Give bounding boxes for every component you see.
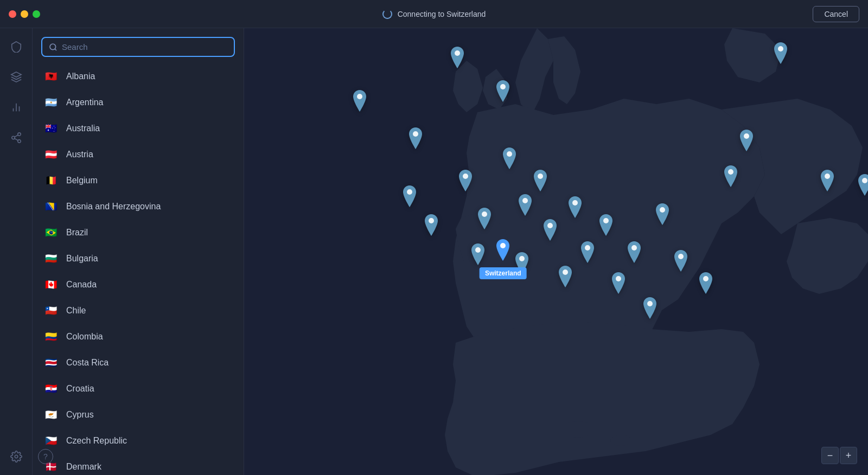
- country-flag: 🇨🇱: [43, 303, 59, 318]
- sidebar: [0, 28, 33, 475]
- country-name: Argentina: [66, 98, 104, 107]
- country-flag: 🇦🇹: [43, 147, 59, 162]
- list-item[interactable]: 🇦🇺 Australia: [33, 115, 244, 142]
- country-flag: 🇭🇷: [43, 381, 59, 396]
- zoom-minus-button[interactable]: −: [821, 447, 839, 464]
- svg-point-13: [561, 421, 594, 438]
- list-item[interactable]: 🇧🇬 Bulgaria: [33, 246, 244, 272]
- list-item[interactable]: 🇧🇷 Brazil: [33, 220, 244, 246]
- search-icon: [49, 43, 58, 52]
- country-flag: 🇨🇦: [43, 277, 59, 292]
- list-item[interactable]: 🇨🇴 Colombia: [33, 324, 244, 350]
- country-name: Belgium: [66, 176, 98, 185]
- country-flag: 🇧🇦: [43, 199, 59, 214]
- layers-icon[interactable]: [9, 69, 24, 85]
- list-item[interactable]: 🇦🇷 Argentina: [33, 89, 244, 115]
- chart-icon[interactable]: [9, 100, 24, 115]
- country-name: Bulgaria: [66, 254, 98, 264]
- shield-icon[interactable]: [9, 39, 24, 54]
- list-item[interactable]: 🇭🇷 Croatia: [33, 376, 244, 402]
- svg-marker-0: [11, 72, 21, 77]
- titlebar: Connecting to Switzerland Cancel: [0, 0, 868, 28]
- svg-point-14: [610, 435, 632, 446]
- search-input[interactable]: [62, 42, 227, 52]
- country-name: Colombia: [66, 332, 103, 342]
- zoom-controls: − +: [821, 447, 857, 464]
- country-name: Czech Republic: [66, 436, 127, 446]
- help-button[interactable]: ?: [38, 449, 53, 464]
- country-name: Austria: [66, 150, 93, 159]
- country-flag: 🇨🇾: [43, 407, 59, 422]
- maximize-button[interactable]: [33, 10, 40, 18]
- settings-icon[interactable]: [9, 449, 24, 464]
- country-flag: 🇦🇺: [43, 121, 59, 136]
- svg-point-10: [50, 44, 56, 50]
- country-flag: 🇧🇪: [43, 173, 59, 188]
- country-flag: 🇦🇱: [43, 69, 59, 84]
- list-item[interactable]: 🇧🇦 Bosnia and Herzegovina: [33, 194, 244, 220]
- svg-line-8: [14, 135, 17, 137]
- country-name: Albania: [66, 72, 95, 81]
- country-name: Costa Rica: [66, 358, 108, 368]
- list-item[interactable]: 🇨🇿 Czech Republic: [33, 428, 244, 454]
- list-item[interactable]: 🇦🇹 Austria: [33, 142, 244, 168]
- nodes-icon[interactable]: [9, 130, 24, 145]
- connecting-spinner: [382, 9, 392, 19]
- list-item[interactable]: 🇩🇰 Denmark: [33, 454, 244, 475]
- map-area: Switzerland − +: [244, 28, 868, 475]
- minimize-button[interactable]: [21, 10, 28, 18]
- country-name: Croatia: [66, 384, 94, 394]
- cancel-button[interactable]: Cancel: [813, 6, 859, 22]
- country-name: Chile: [66, 306, 86, 316]
- country-name: Canada: [66, 280, 97, 290]
- country-flag: 🇧🇬: [43, 251, 59, 266]
- svg-point-6: [17, 140, 21, 143]
- country-name: Denmark: [66, 462, 101, 472]
- svg-point-4: [17, 133, 21, 136]
- title-area: Connecting to Switzerland: [382, 9, 486, 19]
- traffic-lights: [9, 10, 40, 18]
- country-flag: 🇦🇷: [43, 95, 59, 110]
- map-background: [244, 28, 868, 475]
- close-button[interactable]: [9, 10, 16, 18]
- zoom-plus-button[interactable]: +: [840, 447, 857, 464]
- country-flag: 🇧🇷: [43, 225, 59, 240]
- svg-point-9: [15, 455, 18, 458]
- list-item[interactable]: 🇦🇱 Albania: [33, 63, 244, 89]
- country-name: Brazil: [66, 228, 88, 238]
- list-item[interactable]: 🇨🇱 Chile: [33, 298, 244, 324]
- search-box: [33, 28, 244, 61]
- country-list: 🇦🇱 Albania 🇦🇷 Argentina 🇦🇺 Australia 🇦🇹 …: [33, 61, 244, 475]
- svg-point-5: [11, 136, 15, 139]
- search-input-wrap[interactable]: [41, 37, 235, 57]
- country-flag: 🇨🇴: [43, 329, 59, 344]
- svg-line-11: [55, 49, 56, 50]
- country-panel: 🇦🇱 Albania 🇦🇷 Argentina 🇦🇺 Australia 🇦🇹 …: [33, 28, 244, 475]
- list-item[interactable]: 🇨🇦 Canada: [33, 272, 244, 298]
- country-name: Australia: [66, 124, 100, 133]
- country-flag: 🇨🇿: [43, 433, 59, 448]
- list-item[interactable]: 🇨🇷 Costa Rica: [33, 350, 244, 376]
- list-item[interactable]: 🇨🇾 Cyprus: [33, 402, 244, 428]
- country-flag: 🇨🇷: [43, 355, 59, 370]
- title-text: Connecting to Switzerland: [398, 10, 486, 18]
- country-name: Bosnia and Herzegovina: [66, 202, 161, 211]
- svg-line-7: [14, 138, 17, 140]
- list-item[interactable]: 🇧🇪 Belgium: [33, 168, 244, 194]
- country-name: Cyprus: [66, 410, 94, 420]
